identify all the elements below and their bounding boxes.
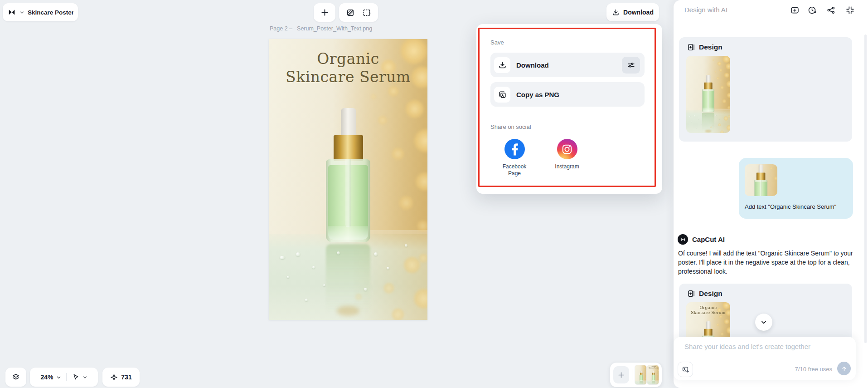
add-element-button[interactable]	[314, 3, 335, 22]
poster-artwork: Organic Skincare Serum	[269, 39, 427, 320]
sparkle-icon	[110, 373, 118, 381]
chevron-down-icon[interactable]	[56, 375, 61, 380]
design-result-thumbnail[interactable]: Organic Skincare Serum	[686, 56, 730, 133]
red-highlight-annotation	[478, 28, 656, 187]
design-card-title: Design	[699, 290, 723, 298]
share-icon[interactable]	[826, 5, 836, 15]
capcut-ai-avatar	[678, 234, 688, 245]
design-card-title: Design	[699, 43, 723, 51]
pages-strip: Organic Skincare Serum	[610, 363, 662, 387]
history-icon[interactable]	[807, 5, 817, 15]
page-number: Page 2 –	[270, 25, 292, 32]
add-page-button[interactable]	[613, 366, 629, 383]
send-button[interactable]	[837, 362, 851, 375]
bottle-cap	[334, 135, 363, 161]
page-1-thumbnail[interactable]: Organic Skincare Serum	[635, 365, 646, 384]
poster-title: Organic Skincare Serum	[647, 366, 659, 369]
resize-icon[interactable]	[362, 8, 371, 17]
divider	[66, 373, 67, 381]
design-icon	[687, 43, 695, 51]
scroll-to-bottom-button[interactable]	[755, 314, 772, 331]
ai-panel: Design with AI Design	[674, 0, 868, 388]
panel-scrollbar[interactable]	[864, 34, 867, 343]
ai-design-card-1[interactable]: Design	[679, 37, 852, 142]
capcut-logo-icon	[7, 8, 16, 17]
page-label: Page 2 – Serum_Poster_With_Text.png	[270, 25, 372, 32]
canvas-tools-bar	[339, 3, 378, 22]
poster-title: Organic Skincare Serum	[686, 305, 730, 315]
assistant-header: CapCut AI	[678, 234, 725, 245]
credits-value: 731	[121, 373, 131, 381]
bottle-glass	[754, 180, 767, 196]
chat-input-card: 7/10 free uses	[674, 337, 856, 380]
poster-artwork: Organic Skincare Serum	[745, 164, 777, 196]
poster-title: Organic Skincare Serum	[269, 50, 427, 86]
plus-icon	[320, 8, 330, 17]
zoom-value[interactable]: 24%	[40, 373, 53, 381]
user-message-text: Add text "Organic Skincare Serum"	[745, 203, 836, 210]
bottle-dropper	[759, 165, 763, 174]
bottle-cap	[756, 173, 766, 181]
layers-button[interactable]	[5, 368, 26, 387]
new-chat-icon[interactable]	[790, 5, 800, 15]
poster-canvas[interactable]: Organic Skincare Serum	[269, 39, 427, 320]
poster-artwork: Organic Skincare Serum	[686, 56, 730, 133]
zoom-control: 24%	[30, 368, 98, 387]
download-button[interactable]: Download	[606, 3, 659, 21]
background-icon[interactable]	[346, 8, 355, 17]
bottle-glass	[652, 375, 655, 381]
credits-counter[interactable]: 731	[102, 368, 140, 387]
poster-artwork: Organic Skincare Serum	[647, 365, 659, 384]
project-title-bar[interactable]: Skincare Poster Pr...	[3, 3, 78, 21]
user-attachment-thumbnail[interactable]: Organic Skincare Serum	[745, 164, 777, 196]
assistant-message: Of course! I will add the text "Organic …	[678, 249, 856, 276]
ai-panel-title: Design with AI	[684, 6, 727, 14]
bottle-dropper	[706, 75, 710, 83]
chat-input[interactable]	[684, 343, 848, 357]
free-uses-counter: 7/10 free uses	[795, 366, 832, 373]
divider	[632, 369, 632, 380]
page-2-thumbnail[interactable]: Organic Skincare Serum	[647, 365, 659, 384]
bottle-glass	[640, 375, 643, 381]
project-title: Skincare Poster Pr...	[28, 9, 73, 16]
bottle-glass	[326, 159, 370, 242]
assistant-name: CapCut AI	[692, 236, 725, 243]
design-icon	[687, 290, 695, 298]
layers-icon	[11, 373, 20, 382]
add-image-button[interactable]	[678, 362, 693, 377]
collapse-icon[interactable]	[845, 5, 855, 15]
bottle-cap	[704, 329, 713, 336]
capcut-editor: Skincare Poster Pr... Download Page 2 – …	[0, 0, 868, 388]
user-message-bubble: Organic Skincare Serum	[739, 158, 853, 219]
bottle-dropper	[341, 108, 356, 138]
poster-artwork: Organic Skincare Serum	[635, 365, 646, 384]
chevron-down-icon[interactable]	[82, 375, 87, 380]
file-name: Serum_Poster_With_Text.png	[297, 25, 372, 32]
bottle-dropper	[706, 321, 710, 329]
download-label: Download	[623, 9, 654, 16]
cursor-icon[interactable]	[72, 373, 80, 381]
chevron-down-icon[interactable]	[19, 10, 24, 15]
bottle-glass	[702, 89, 714, 112]
download-icon	[612, 9, 620, 16]
bottle-cap	[704, 83, 713, 90]
